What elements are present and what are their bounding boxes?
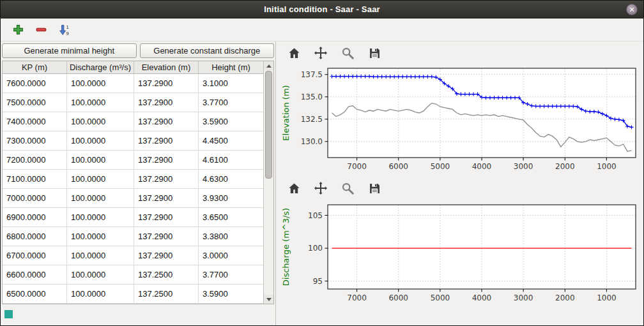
generate-constant-discharge-button[interactable]: Generate constant discharge [140,43,275,58]
table-cell[interactable]: 137.2900 [134,112,199,131]
table-cell[interactable]: 3.7700 [199,265,263,284]
pan-button[interactable] [311,179,330,197]
table-row[interactable]: 7200.0000100.0000137.29004.6100 [3,151,263,170]
column-header[interactable]: Height (m) [199,61,263,73]
add-row-button[interactable] [10,22,26,38]
home-button[interactable] [284,44,303,62]
table-cell[interactable]: 6800.0000 [3,227,67,246]
table-row[interactable]: 6600.0000100.0000137.25003.7700 [3,265,263,285]
table-cell[interactable]: 137.2900 [134,74,199,93]
table-row[interactable]: 7600.0000100.0000137.29003.1000 [3,74,263,93]
svg-text:7000: 7000 [347,162,367,171]
title-bar[interactable]: Initial condition - Saar - Saar ✕ [1,1,643,19]
sort-numeric-icon: 1 9 [58,24,70,36]
home-icon [288,182,301,195]
sort-button[interactable]: 1 9 [56,22,72,38]
table-cell[interactable]: 137.2500 [134,285,199,303]
table-cell[interactable]: 100.0000 [67,112,134,131]
table-cell[interactable]: 100.0000 [67,74,134,93]
table-cell[interactable]: 100.0000 [67,189,134,207]
table-cell[interactable]: 7100.0000 [3,170,67,188]
pan-button[interactable] [311,44,330,62]
table-cell[interactable]: 100.0000 [67,227,134,246]
table-cell[interactable]: 6600.0000 [3,265,67,284]
table-cell[interactable]: 3.5900 [199,285,263,303]
left-panel: Generate minimal height Generate constan… [1,41,275,325]
table-row[interactable]: 7100.0000100.0000137.29004.6300 [3,170,263,189]
svg-text:130.0: 130.0 [301,137,323,146]
table-cell[interactable]: 100.0000 [67,285,134,303]
table-cell[interactable]: 137.2900 [134,151,199,169]
table-cell[interactable]: 3.7700 [199,93,263,112]
scrollbar-thumb[interactable] [265,71,272,179]
save-button[interactable] [365,179,384,197]
table-cell[interactable]: 100.0000 [67,208,134,226]
table-header: KP (m)Discharge (m³/s)Elevation (m)Heigh… [3,61,263,74]
svg-text:1000: 1000 [597,293,617,302]
column-header[interactable]: KP (m) [3,61,67,73]
table-row[interactable]: 6700.0000100.0000137.29003.0000 [3,246,263,265]
elevation-chart[interactable]: 7000600050004000300020001000137.5135.013… [279,64,643,177]
svg-text:Elevation (m): Elevation (m) [281,85,291,140]
column-header[interactable]: Elevation (m) [134,61,199,73]
table-cell[interactable]: 137.2900 [134,246,199,265]
scrollbar-track[interactable] [264,70,273,295]
table-cell[interactable]: 4.6100 [199,151,263,169]
table-cell[interactable]: 7500.0000 [3,93,67,112]
home-button[interactable] [284,179,303,197]
zoom-button[interactable] [338,179,357,197]
table-cell[interactable]: 137.2900 [134,189,199,207]
table-cell[interactable]: 100.0000 [67,265,134,284]
table-cell[interactable]: 7600.0000 [3,74,67,93]
table-cell[interactable]: 100.0000 [67,246,134,265]
table-cell[interactable]: 100.0000 [67,93,134,112]
save-icon [368,47,381,60]
save-button[interactable] [365,44,384,62]
table-cell[interactable]: 137.2900 [134,93,199,112]
table-cell[interactable]: 3.1000 [199,74,263,93]
table-row[interactable]: 7000.0000100.0000137.29003.9300 [3,189,263,208]
column-header[interactable]: Discharge (m³/s) [67,61,134,73]
zoom-button[interactable] [338,44,357,62]
table-row[interactable]: 6800.0000100.0000137.29003.3800 [3,227,263,246]
table-row[interactable]: 7400.0000100.0000137.29003.5900 [3,112,263,131]
remove-row-button[interactable] [33,22,49,38]
table-row[interactable]: 6900.0000100.0000137.29003.6500 [3,208,263,227]
table-cell[interactable]: 6700.0000 [3,246,67,265]
main-toolbar: 1 9 [1,19,643,41]
table-cell[interactable]: 6500.0000 [3,285,67,303]
table-row[interactable]: 7500.0000100.0000137.29003.7700 [3,93,263,112]
close-button[interactable]: ✕ [626,4,638,15]
initial-condition-table: KP (m)Discharge (m³/s)Elevation (m)Heigh… [2,61,274,304]
svg-text:6000: 6000 [388,293,408,302]
charts-panel: 7000600050004000300020001000137.5135.013… [275,41,643,325]
svg-text:7000: 7000 [347,293,367,302]
discharge-chart[interactable]: 700060005000400030002000100010510095Disc… [279,200,643,308]
table-cell[interactable]: 137.2900 [134,170,199,188]
scroll-down-button[interactable] [264,295,273,304]
table-scrollbar[interactable] [263,61,273,304]
table-row[interactable]: 6500.0000100.0000137.25003.5900 [3,285,263,304]
table-cell[interactable]: 3.6500 [199,208,263,226]
table-cell[interactable]: 3.3800 [199,227,263,246]
table-cell[interactable]: 7000.0000 [3,189,67,207]
table-row[interactable]: 7300.0000100.0000137.29004.4500 [3,131,263,151]
table-cell[interactable]: 100.0000 [67,131,134,150]
table-cell[interactable]: 137.2500 [134,265,199,284]
table-cell[interactable]: 3.0000 [199,246,263,265]
table-cell[interactable]: 3.9300 [199,189,263,207]
table-cell[interactable]: 100.0000 [67,151,134,169]
table-cell[interactable]: 4.6300 [199,170,263,188]
table-cell[interactable]: 7300.0000 [3,131,67,150]
table-cell[interactable]: 100.0000 [67,170,134,188]
table-cell[interactable]: 6900.0000 [3,208,67,226]
table-cell[interactable]: 7200.0000 [3,151,67,169]
generate-minimal-height-button[interactable]: Generate minimal height [2,43,137,58]
table-cell[interactable]: 137.2900 [134,227,199,246]
table-cell[interactable]: 137.2900 [134,208,199,226]
table-cell[interactable]: 3.5900 [199,112,263,131]
table-cell[interactable]: 7400.0000 [3,112,67,131]
table-cell[interactable]: 137.2900 [134,131,199,150]
scroll-up-button[interactable] [264,61,273,70]
table-cell[interactable]: 4.4500 [199,131,263,150]
